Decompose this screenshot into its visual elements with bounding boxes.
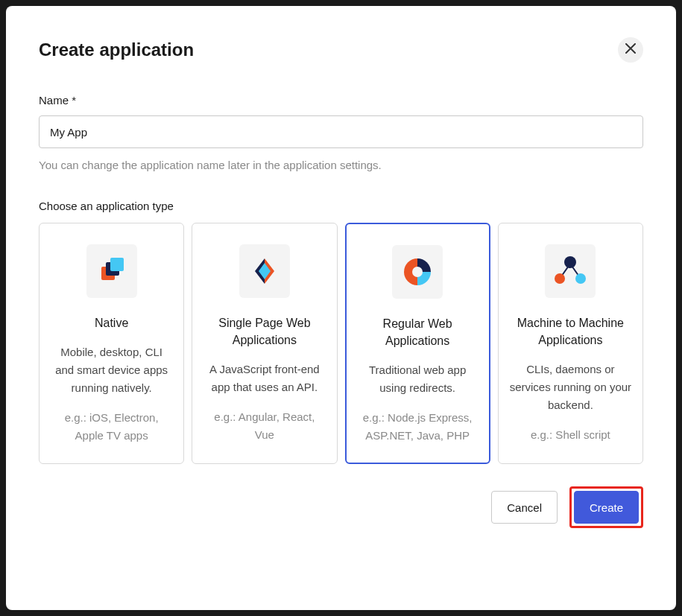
card-m2m[interactable]: Machine to Machine Applications CLIs, da…: [498, 223, 643, 464]
svg-point-9: [564, 256, 576, 268]
name-input[interactable]: [39, 115, 643, 148]
svg-point-11: [575, 273, 586, 284]
modal-title: Create application: [39, 39, 194, 60]
card-examples: e.g.: iOS, Electron, Apple TV apps: [50, 409, 173, 445]
card-desc: A JavaScript front-end app that uses an …: [203, 361, 326, 396]
card-native[interactable]: Native Mobile, desktop, CLI and smart de…: [39, 223, 184, 464]
card-regular-web[interactable]: Regular Web Applications Traditional web…: [345, 223, 490, 464]
card-spa[interactable]: Single Page Web Applications A JavaScrip…: [192, 223, 337, 464]
card-examples: e.g.: Shell script: [509, 426, 632, 444]
modal-footer: Cancel Create: [39, 486, 643, 528]
card-desc: CLIs, daemons or services running on you…: [509, 361, 632, 414]
application-type-grid: Native Mobile, desktop, CLI and smart de…: [39, 223, 643, 464]
modal-header: Create application: [39, 37, 643, 63]
card-desc: Mobile, desktop, CLI and smart device ap…: [50, 343, 173, 397]
card-desc: Traditional web app using redirects.: [357, 361, 479, 397]
close-button[interactable]: [618, 37, 643, 63]
type-section-label: Choose an application type: [39, 200, 643, 212]
regular-web-icon: [392, 245, 443, 299]
card-examples: e.g.: Node.js Express, ASP.NET, Java, PH…: [357, 409, 479, 445]
close-icon: [625, 43, 636, 57]
svg-point-6: [412, 267, 423, 277]
native-icon: [86, 244, 137, 298]
create-button[interactable]: Create: [574, 491, 639, 524]
card-examples: e.g.: Angular, React, Vue: [203, 408, 326, 444]
name-hint: You can change the application name late…: [39, 159, 643, 171]
svg-point-10: [555, 273, 565, 284]
card-title: Machine to Machine Applications: [509, 314, 632, 349]
create-application-modal: Create application Name * You can change…: [6, 6, 676, 610]
svg-rect-2: [110, 258, 124, 271]
name-label: Name *: [39, 94, 643, 107]
m2m-icon: [545, 244, 596, 298]
cancel-button[interactable]: Cancel: [491, 491, 558, 524]
card-title: Single Page Web Applications: [203, 314, 326, 349]
spa-icon: [239, 244, 290, 298]
card-title: Regular Web Applications: [357, 315, 479, 349]
card-title: Native: [50, 314, 173, 331]
create-button-highlight: Create: [569, 486, 643, 528]
